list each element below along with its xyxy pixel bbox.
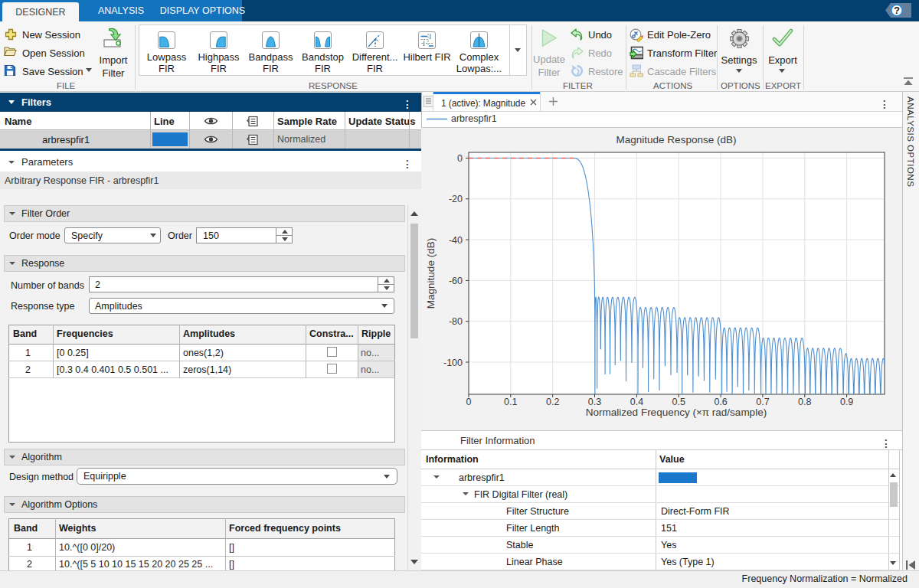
- svg-text:0: 0: [466, 397, 472, 407]
- svg-text:-80: -80: [449, 316, 463, 327]
- svg-text:?: ?: [894, 5, 900, 16]
- svg-text:-60: -60: [449, 276, 463, 286]
- svg-text:j: j: [429, 32, 431, 39]
- svg-text:0.2: 0.2: [546, 397, 559, 407]
- svg-text:-20: -20: [449, 194, 463, 204]
- svg-text:0.9: 0.9: [840, 397, 853, 407]
- svg-text:Normalized Frequency (×π rad/s: Normalized Frequency (×π rad/sample): [586, 407, 767, 418]
- svg-text:-j: -j: [421, 39, 425, 46]
- svg-text:0.1: 0.1: [504, 397, 517, 407]
- svg-text:0.8: 0.8: [798, 397, 811, 407]
- svg-text:-40: -40: [449, 235, 463, 246]
- svg-text:Magnitude Response (dB): Magnitude Response (dB): [616, 134, 737, 145]
- svg-text:0: 0: [457, 153, 463, 164]
- svg-text:Magnitude (dB): Magnitude (dB): [425, 238, 437, 309]
- svg-text:-100: -100: [443, 358, 463, 368]
